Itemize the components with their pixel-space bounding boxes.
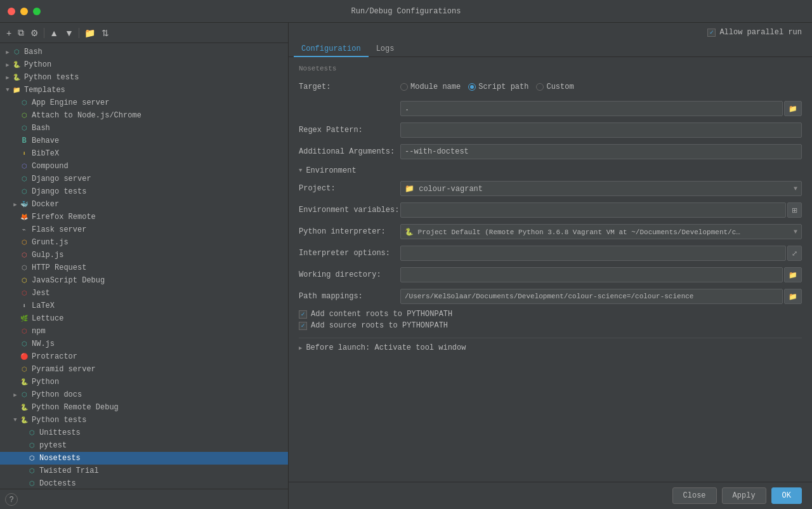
- radio-script-path[interactable]: Script path: [468, 83, 528, 91]
- tree-item-bash[interactable]: ▶ ⬡ Bash: [0, 46, 288, 58]
- environment-section-header[interactable]: ▼ Environment: [299, 166, 802, 175]
- tree-item-django-server[interactable]: ⬡ Django server: [0, 173, 288, 185]
- minimize-window-button[interactable]: [20, 8, 28, 15]
- before-launch-header[interactable]: ▶ Before launch: Activate tool window: [299, 343, 802, 352]
- add-content-roots-row: Add content roots to PYTHONPATH: [299, 310, 802, 319]
- tree-label-behave: Behave: [32, 136, 59, 145]
- tree-item-compound[interactable]: ⬡ Compound: [0, 160, 288, 173]
- close-window-button[interactable]: [8, 8, 15, 15]
- regex-pattern-label: Regex Pattern:: [299, 126, 400, 135]
- tree-label-python-tests: Python tests: [32, 416, 86, 425]
- move-down-button[interactable]: ▼: [62, 27, 76, 39]
- tree-item-firefox-remote[interactable]: 🦊 Firefox Remote: [0, 211, 288, 223]
- working-dir-browse-button[interactable]: 📁: [784, 267, 802, 282]
- project-dropdown[interactable]: 📁 colour-vagrant ▼: [400, 181, 802, 196]
- folder-button[interactable]: 📁: [82, 27, 98, 39]
- tree-item-attach-node[interactable]: ⬡ Attach to Node.js/Chrome: [0, 109, 288, 122]
- window-controls[interactable]: [8, 8, 41, 15]
- app-engine-icon: ⬡: [19, 98, 29, 108]
- maximize-window-button[interactable]: [33, 8, 41, 15]
- add-source-roots-checkbox[interactable]: [299, 322, 307, 330]
- path-mappings-edit-button[interactable]: 📁: [784, 289, 802, 304]
- python-template-icon: 🐍: [19, 377, 29, 387]
- settings-button[interactable]: ⚙: [28, 27, 41, 39]
- script-path-browse-button[interactable]: 📁: [784, 101, 802, 116]
- working-dir-input[interactable]: [400, 267, 783, 282]
- tree-item-django-tests[interactable]: ⬡ Django tests: [0, 185, 288, 198]
- tree-item-python-template[interactable]: 🐍 Python: [0, 376, 288, 388]
- tree-item-http-request[interactable]: ⬡ HTTP Request: [0, 261, 288, 274]
- tree-item-python-tests-top[interactable]: ▶ 🐍 Python tests: [0, 71, 288, 84]
- http-request-icon: ⬡: [19, 263, 29, 273]
- behave-icon: B: [19, 136, 29, 146]
- tree-item-nosetests[interactable]: ⬡ Nosetests: [0, 452, 288, 465]
- tree-item-app-engine[interactable]: ⬡ App Engine server: [0, 96, 288, 109]
- tree-item-twisted-trial[interactable]: ⬡ Twisted Trial: [0, 465, 288, 477]
- tree-label-attach-node: Attach to Node.js/Chrome: [32, 111, 141, 120]
- tree-item-js-debug[interactable]: ⬡ JavaScript Debug: [0, 274, 288, 287]
- docker-icon: 🐳: [19, 199, 29, 209]
- tree-item-doctests[interactable]: ⬡ Doctests: [0, 477, 288, 489]
- tree-item-python[interactable]: ▶ 🐍 Python: [0, 58, 288, 71]
- ok-button[interactable]: OK: [771, 487, 802, 504]
- interpreter-options-label: Interpreter options:: [299, 249, 400, 258]
- add-config-button[interactable]: +: [4, 27, 14, 39]
- tree-item-templates[interactable]: ▼ 📁 Templates: [0, 84, 288, 96]
- radio-custom[interactable]: Custom: [536, 83, 573, 91]
- interpreter-options-input[interactable]: [400, 246, 786, 261]
- tree-label-pyramid-server: Pyramid server: [32, 365, 96, 374]
- add-content-roots-checkbox[interactable]: [299, 310, 307, 319]
- radio-module-name[interactable]: Module name: [400, 83, 461, 91]
- python-interpreter-dropdown[interactable]: 🐍 Project Default (Remote Python 3.6.8 V…: [400, 224, 802, 239]
- apply-button[interactable]: Apply: [722, 487, 766, 504]
- allow-parallel-checkbox[interactable]: [707, 29, 716, 37]
- tree-item-pytest[interactable]: ⬡ pytest: [0, 439, 288, 452]
- tree-item-grunt[interactable]: ⬡ Grunt.js: [0, 236, 288, 249]
- tab-configuration[interactable]: Configuration: [294, 42, 369, 57]
- tree-item-behave[interactable]: B Behave: [0, 135, 288, 147]
- bash-template-icon: ⬡: [19, 123, 29, 133]
- tree-label-firefox-remote: Firefox Remote: [32, 213, 96, 221]
- close-button[interactable]: Close: [672, 487, 717, 504]
- path-mappings-value: /Users/KelSolaar/Documents/Development/c…: [400, 289, 783, 304]
- interpreter-options-control: ⤢: [400, 246, 802, 261]
- tree-label-unittests: Unittests: [39, 428, 81, 437]
- script-path-input[interactable]: [400, 101, 783, 116]
- copy-config-button[interactable]: ⧉: [15, 26, 27, 39]
- help-button[interactable]: ?: [5, 493, 18, 506]
- move-up-button[interactable]: ▲: [47, 27, 61, 39]
- tree-item-python-docs[interactable]: ▶ ⬡ Python docs: [0, 388, 288, 401]
- tree-item-python-remote-debug[interactable]: 🐍 Python Remote Debug: [0, 401, 288, 414]
- tree-toggle-templates: ▼: [4, 87, 11, 93]
- tree-item-bibtex[interactable]: ⬇ BibTeX: [0, 147, 288, 160]
- tree-item-pyramid-server[interactable]: ⬡ Pyramid server: [0, 363, 288, 376]
- tree-item-unittests[interactable]: ⬡ Unittests: [0, 426, 288, 439]
- tab-logs[interactable]: Logs: [369, 42, 402, 57]
- flask-server-icon: ⌁: [19, 225, 29, 235]
- env-vars-browse-button[interactable]: ⊞: [787, 202, 802, 218]
- tree-item-npm[interactable]: ⬡ npm: [0, 325, 288, 338]
- toolbar-separator-2: [79, 28, 79, 38]
- additional-args-input[interactable]: [400, 144, 802, 159]
- sort-button[interactable]: ⇅: [99, 27, 112, 39]
- tree-item-docker[interactable]: ▶ 🐳 Docker: [0, 198, 288, 211]
- env-vars-input[interactable]: [400, 202, 786, 218]
- tree-item-jest[interactable]: ⬡ Jest: [0, 287, 288, 300]
- tree-item-protractor[interactable]: 🔴 Protractor: [0, 350, 288, 363]
- tree-item-latex[interactable]: ⬇ LaTeX: [0, 300, 288, 312]
- tree-item-gulp[interactable]: ⬡ Gulp.js: [0, 249, 288, 261]
- path-mappings-label: Path mappings:: [299, 292, 400, 301]
- tree-toggle-python: ▶: [4, 62, 11, 69]
- attach-node-icon: ⬡: [19, 110, 29, 121]
- regex-pattern-input[interactable]: [400, 122, 802, 138]
- python-interpreter-arrow: ▼: [794, 228, 797, 235]
- tree-item-lettuce[interactable]: 🌿 Lettuce: [0, 312, 288, 325]
- main-layout: + ⧉ ⚙ ▲ ▼ 📁 ⇅ ▶ ⬡ Bash ▶ 🐍 Python: [0, 23, 812, 509]
- interpreter-options-expand-button[interactable]: ⤢: [787, 246, 802, 261]
- tree-item-bash-template[interactable]: ⬡ Bash: [0, 122, 288, 135]
- tree-item-flask-server[interactable]: ⌁ Flask server: [0, 223, 288, 236]
- tree-item-python-tests[interactable]: ▼ 🐍 Python tests: [0, 414, 288, 426]
- before-launch-collapse-icon: ▶: [299, 345, 302, 352]
- config-tree: ▶ ⬡ Bash ▶ 🐍 Python ▶ 🐍 Python tests ▼ 📁…: [0, 43, 288, 489]
- tree-item-nwjs[interactable]: ⬡ NW.js: [0, 338, 288, 350]
